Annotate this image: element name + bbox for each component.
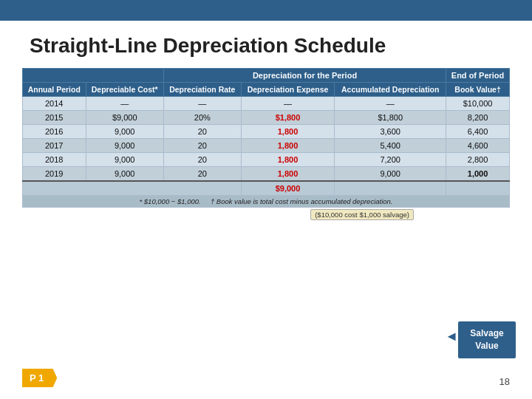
cell-expense: 1,800 (241, 167, 335, 182)
col-header-expense: Depreciation Expense (241, 83, 335, 97)
cell-cost: 9,000 (86, 125, 163, 139)
cell-bookvalue: 4,600 (446, 139, 510, 153)
col-header-period: Annual Period (23, 83, 86, 97)
cell-bookvalue: 2,800 (446, 153, 510, 167)
cell-rate: 20 (163, 125, 241, 139)
table-row: 2019 9,000 20 1,800 9,000 1,000 (23, 167, 510, 182)
cell-expense: — (241, 97, 335, 111)
cell-year: 2014 (23, 97, 86, 111)
cell-accum: 7,200 (335, 153, 446, 167)
cell-expense: 1,800 (241, 125, 335, 139)
cell-rate: — (163, 97, 241, 111)
salvage-value-box: Salvage Value (458, 321, 516, 358)
page-number: 18 (499, 376, 510, 387)
cell-bookvalue: 1,000 (446, 167, 510, 182)
table-wrapper: Depreciation for the Period End of Perio… (22, 68, 510, 208)
cell-accum: $1,800 (335, 111, 446, 125)
table-row: 2015 $9,000 20% $1,800 $1,800 8,200 (23, 111, 510, 125)
cell-year: 2017 (23, 139, 86, 153)
cell-expense: $1,800 (241, 111, 335, 125)
header-empty (23, 69, 164, 83)
table-row: 2014 — — — — $10,000 (23, 97, 510, 111)
p1-badge: P 1 (22, 369, 57, 387)
cell-cost: 9,000 (86, 139, 163, 153)
col-header-accum: Accumulated Depreciation (335, 83, 446, 97)
page: Straight-Line Depreciation Schedule Depr… (0, 0, 532, 399)
cell-accum: — (335, 97, 446, 111)
col-header-cost: Depreciable Cost* (86, 83, 163, 97)
cell-expense: 1,800 (241, 153, 335, 167)
cell-accum: 5,400 (335, 139, 446, 153)
table-row: 2016 9,000 20 1,800 3,600 6,400 (23, 125, 510, 139)
footnote-text: * $10,000 − $1,000. † Book value is tota… (23, 196, 510, 208)
table-row: 2017 9,000 20 1,800 5,400 4,600 (23, 139, 510, 153)
cell-bookvalue: $10,000 (446, 97, 510, 111)
salvage-line2: Value (475, 341, 498, 351)
depreciation-table: Depreciation for the Period End of Perio… (22, 68, 510, 208)
cell-year: 2016 (23, 125, 86, 139)
cell-accum: 3,600 (335, 125, 446, 139)
cell-year: 2018 (23, 153, 86, 167)
cell-rate: 20 (163, 153, 241, 167)
cell-cost: 9,000 (86, 167, 163, 182)
col-header-bookvalue: Book Value† (446, 83, 510, 97)
cell-bookvalue: 8,200 (446, 111, 510, 125)
cell-rate: 20% (163, 111, 241, 125)
footnote-row: * $10,000 − $1,000. † Book value is tota… (23, 196, 510, 208)
salvage-arrow: ◄ (445, 329, 458, 344)
cell-cost: $9,000 (86, 111, 163, 125)
cell-cost: 9,000 (86, 153, 163, 167)
cell-rate: 20 (163, 139, 241, 153)
arrow-label-text: ($10,000 cost $1,000 salvage) (310, 209, 414, 220)
cell-year: 2015 (23, 111, 86, 125)
salvage-line1: Salvage (470, 328, 503, 338)
header-group-row: Depreciation for the Period End of Perio… (23, 69, 510, 83)
cell-expense: 1,800 (241, 139, 335, 153)
cell-rate: 20 (163, 167, 241, 182)
total-row: $9,000 (23, 181, 510, 196)
total-accum (335, 181, 446, 196)
total-bookvalue (446, 181, 510, 196)
cell-bookvalue: 6,400 (446, 125, 510, 139)
cell-year: 2019 (23, 167, 86, 182)
table-row: 2018 9,000 20 1,800 7,200 2,800 (23, 153, 510, 167)
top-bar (0, 0, 532, 21)
arrow-annotation: ($10,000 cost $1,000 salvage) (22, 209, 510, 220)
header-end-of-period: End of Period (446, 69, 510, 83)
p1-label: P 1 (30, 372, 44, 383)
header-depreciation-period: Depreciation for the Period (163, 69, 446, 83)
col-header-rate: Depreciation Rate (163, 83, 241, 97)
total-expense: $9,000 (241, 181, 335, 196)
total-label (23, 181, 242, 196)
annotation-area: ($10,000 cost $1,000 salvage) (22, 209, 510, 220)
header-col-row: Annual Period Depreciable Cost* Deprecia… (23, 83, 510, 97)
cell-cost: — (86, 97, 163, 111)
page-title: Straight-Line Depreciation Schedule (0, 21, 532, 65)
cell-accum: 9,000 (335, 167, 446, 182)
